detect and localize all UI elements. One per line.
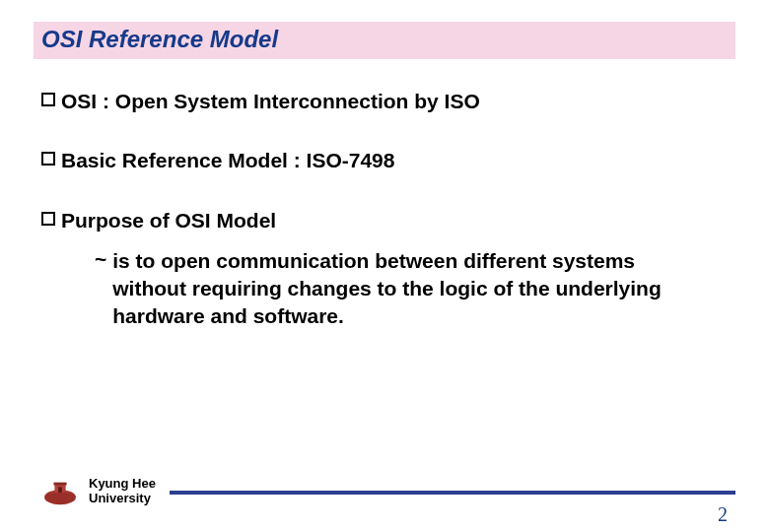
university-logo-icon xyxy=(41,477,79,506)
bullet-item: Basic Reference Model : ISO-7498 xyxy=(41,148,728,173)
slide-title-bar: OSI Reference Model xyxy=(34,22,735,59)
svg-rect-3 xyxy=(58,487,62,493)
svg-rect-2 xyxy=(53,483,66,486)
tilde-bullet-icon: ~ xyxy=(95,247,106,271)
slide-title: OSI Reference Model xyxy=(41,26,278,52)
bullet-text: Purpose of OSI Model xyxy=(61,208,276,233)
university-name-line1: Kyung Hee xyxy=(89,477,156,492)
university-name: Kyung Hee University xyxy=(89,477,156,506)
slide-footer: Kyung Hee University xyxy=(0,477,769,506)
bullet-item: Purpose of OSI Model xyxy=(41,208,728,233)
purpose-detail-block: ~ is to open communication between diffe… xyxy=(95,247,698,331)
slide-content: OSI : Open System Interconnection by ISO… xyxy=(41,89,728,331)
footer-divider xyxy=(170,491,735,495)
square-bullet-icon xyxy=(41,93,55,106)
bullet-text: OSI : Open System Interconnection by ISO xyxy=(61,89,480,114)
purpose-detail-text: is to open communication between differe… xyxy=(112,247,698,331)
square-bullet-icon xyxy=(41,152,55,166)
square-bullet-icon xyxy=(41,212,55,226)
purpose-detail-row: ~ is to open communication between diffe… xyxy=(95,247,698,331)
page-number: 2 xyxy=(718,503,728,526)
university-name-line2: University xyxy=(89,492,156,506)
bullet-text: Basic Reference Model : ISO-7498 xyxy=(61,148,394,173)
bullet-item: OSI : Open System Interconnection by ISO xyxy=(41,89,728,114)
